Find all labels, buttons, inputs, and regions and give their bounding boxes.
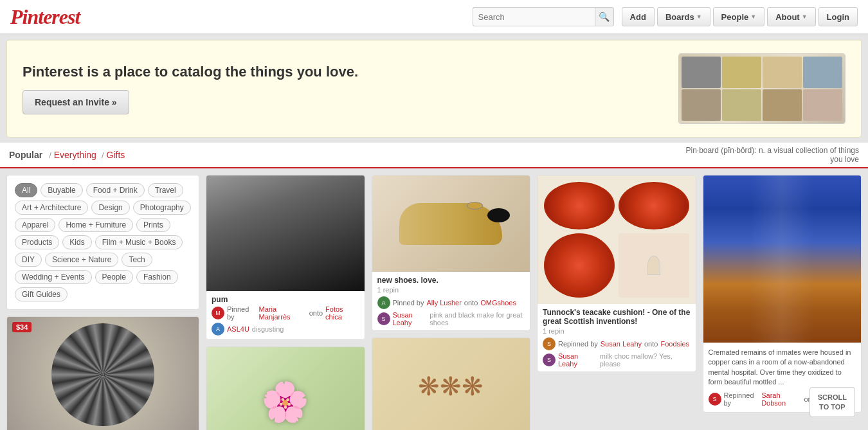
pin-repins-shoes: 1 repin	[377, 286, 525, 294]
sidebar: AllBuyableFood + DrinkTravelArt + Archit…	[6, 175, 199, 430]
banner: Pinterest is a place to catalog the thin…	[6, 40, 862, 138]
pin-avatar-2: A	[212, 323, 224, 336]
sidebar-featured-card: $34	[6, 316, 199, 430]
pin-user-link-shoes-2[interactable]: Susan Leahy	[393, 311, 428, 327]
filter-tag-diy[interactable]: DIY	[15, 253, 42, 267]
pin-comment-1: disgusting	[252, 325, 284, 333]
banner-thumb-3	[763, 57, 802, 88]
pin-user-line-cushions: S Repinned by Susan Leahy onto Foodsies	[543, 337, 691, 350]
pin-card-henna: ❋❋❋	[372, 337, 531, 430]
tab-everything[interactable]: Everything	[54, 150, 96, 160]
filter-tag-tech[interactable]: Tech	[122, 253, 152, 267]
pin-secondary-1: A ASL4U disgusting	[212, 323, 359, 336]
people-button[interactable]: People ▼	[713, 7, 765, 26]
filter-tag-products[interactable]: Products	[15, 235, 59, 249]
pin-title-bw-woman: pum	[212, 295, 359, 304]
separator-1: /	[49, 150, 51, 160]
pin-avatar-cushions-2: S	[543, 354, 556, 366]
filter-tag-people[interactable]: People	[95, 270, 133, 284]
filter-tag-apparel[interactable]: Apparel	[15, 218, 55, 232]
pin-image-henna[interactable]: ❋❋❋	[372, 338, 530, 430]
pin-avatar-shoes: A	[377, 296, 390, 309]
pin-board-link-cushions[interactable]: Foodsies	[660, 340, 689, 348]
filter-tag-wedding---events[interactable]: Wedding + Events	[15, 270, 92, 284]
sidebar-card-image: $34	[7, 317, 199, 430]
price-badge: $34	[12, 322, 32, 332]
pin-user-link-canister[interactable]: Sarah Dobson	[761, 391, 801, 407]
filter-tag-home---furniture[interactable]: Home + Furniture	[59, 218, 133, 232]
filter-tag-kids[interactable]: Kids	[62, 235, 91, 249]
pin-card-bw-woman: pum M Pinned by Maria Manjarrès onto Fot…	[206, 175, 365, 340]
filter-tag-photography[interactable]: Photography	[133, 201, 191, 215]
filter-tag-all[interactable]: All	[15, 183, 37, 197]
pin-meta-bw-woman: pum M Pinned by Maria Manjarrès onto Fot…	[206, 291, 365, 339]
pin-image-flower[interactable]: 🌸	[206, 347, 365, 430]
banner-text: Pinterest is a place to catalog the thin…	[23, 63, 665, 115]
login-button[interactable]: Login	[818, 7, 858, 26]
filter-tag-fashion[interactable]: Fashion	[136, 270, 178, 284]
banner-thumb-5	[682, 89, 721, 121]
filter-tag-art---architecture[interactable]: Art + Architecture	[15, 201, 88, 215]
separator-2: /	[102, 150, 104, 160]
filter-tag-buyable[interactable]: Buyable	[41, 183, 82, 197]
banner-thumb-6	[722, 89, 761, 121]
search-button[interactable]: 🔍	[595, 7, 614, 26]
pin-image-canister[interactable]	[703, 175, 862, 343]
people-dropdown-arrow: ▼	[750, 13, 756, 20]
pin-avatar-shoes-2: S	[377, 312, 390, 325]
pin-board-link-shoes[interactable]: OMGshoes	[480, 299, 516, 307]
pin-secondary-shoes: S Susan Leahy pink and black make for gr…	[377, 311, 525, 327]
pin-card-canister: Cremated remains of inmates were housed …	[703, 175, 862, 413]
pin-column-1: pum M Pinned by Maria Manjarrès onto Fot…	[206, 175, 365, 430]
shoe-buckle	[467, 202, 483, 210]
pin-meta-cushions: Tunnock's teacake cushion! - One of the …	[538, 304, 696, 372]
header: Pinterest 🔍 Add Boards ▼ People ▼ About …	[0, 0, 868, 35]
pin-title-cushions: Tunnock's teacake cushion! - One of the …	[543, 308, 691, 326]
pin-image-bw-woman[interactable]	[206, 175, 365, 291]
pin-desc-cushions-2: milk choc mallow? Yes, please	[600, 352, 691, 368]
pin-title-shoes: new shoes. love.	[377, 276, 525, 285]
pin-image-shoes[interactable]	[372, 175, 530, 272]
pin-user-link-1[interactable]: Maria Manjarrès	[259, 305, 307, 321]
banner-screenshot	[679, 54, 845, 123]
pin-column-3: Tunnock's teacake cushion! - One of the …	[537, 175, 696, 430]
pin-image-cushions[interactable]	[538, 175, 696, 304]
filter-tag-prints[interactable]: Prints	[136, 218, 170, 232]
filter-tag-science---nature[interactable]: Science + Nature	[45, 253, 118, 267]
filter-tag-travel[interactable]: Travel	[148, 183, 183, 197]
search-container: 🔍	[473, 7, 614, 26]
boards-dropdown-arrow: ▼	[696, 13, 702, 20]
pinboard-definition: Pin·board (pĭn·bôrd): n. a visual collec…	[679, 146, 859, 164]
pin-card-cushions: Tunnock's teacake cushion! - One of the …	[537, 175, 696, 372]
filter-tag-design[interactable]: Design	[91, 201, 129, 215]
pin-user-link-2[interactable]: ASL4U	[227, 325, 249, 333]
cushion-2	[619, 182, 689, 229]
pin-user-link-cushions-2[interactable]: Susan Leahy	[558, 352, 597, 368]
search-input[interactable]	[473, 7, 595, 26]
filter-tag-film---music---books[interactable]: Film + Music + Books	[95, 235, 183, 249]
filter-tag-gift-guides[interactable]: Gift Guides	[15, 287, 68, 301]
pin-user-link-cushions[interactable]: Susan Leahy	[601, 340, 642, 348]
pin-user-line-1: M Pinned by Maria Manjarrès onto Fotos c…	[212, 305, 359, 321]
tab-bar: Popular / Everything / Gifts Pin·board (…	[0, 143, 868, 168]
invite-button[interactable]: Request an Invite »	[23, 90, 129, 114]
boards-button[interactable]: Boards ▼	[657, 7, 710, 26]
canister-highlight	[750, 175, 813, 343]
pin-avatar-canister: S	[709, 393, 721, 406]
tab-popular: Popular	[9, 150, 42, 160]
pin-card-flower: 🌸	[206, 346, 365, 430]
pin-avatar-cushions: S	[543, 337, 556, 350]
shoe-body	[399, 203, 502, 245]
add-button[interactable]: Add	[622, 7, 655, 26]
pin-pinned-by-1: Pinned by	[227, 305, 257, 321]
tab-gifts[interactable]: Gifts	[107, 150, 125, 160]
pin-user-link-shoes[interactable]: Ally Lusher	[426, 299, 461, 307]
pin-onto-shoes: onto	[464, 299, 478, 307]
pin-repinned-by-canister: Repinned by	[724, 391, 759, 407]
pin-board-link-1[interactable]: Fotos chica	[325, 305, 359, 321]
scroll-to-top-button[interactable]: SCROLL TO TOP	[809, 387, 855, 417]
henna-icon: ❋❋❋	[418, 372, 484, 401]
filter-tag-food---drink[interactable]: Food + Drink	[86, 183, 145, 197]
about-button[interactable]: About ▼	[767, 7, 815, 26]
logo[interactable]: Pinterest	[10, 5, 80, 29]
